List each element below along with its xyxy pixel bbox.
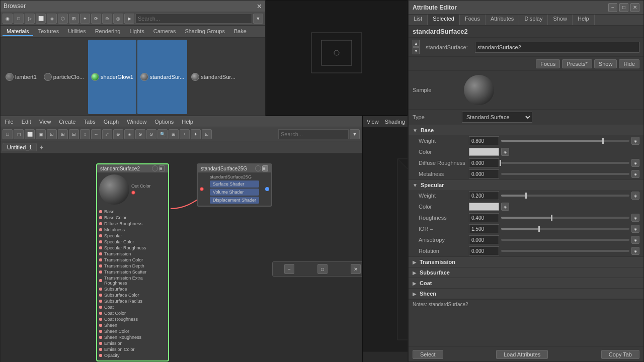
tb-icon-10[interactable]: ⊕ xyxy=(102,14,112,24)
section-base-header[interactable]: ▼ Base xyxy=(409,125,643,135)
menu-view[interactable]: View xyxy=(35,118,55,126)
tab-display[interactable]: Display xyxy=(519,15,548,25)
node-standardsurface25g[interactable]: standardSurface25G ≡ standardSurface25G … xyxy=(197,163,272,207)
weight-slider[interactable] xyxy=(501,140,629,142)
menu-graph[interactable]: Graph xyxy=(100,118,123,126)
float-close[interactable]: ✕ xyxy=(351,264,361,274)
displacement-shader-item[interactable]: Displacement Shader xyxy=(210,197,259,204)
g-search-dropdown[interactable]: ▼ xyxy=(350,129,360,139)
tab-utilities[interactable]: Utilities xyxy=(64,27,90,36)
graph-viewport[interactable]: standardSurface2 ≡ Out Color Base Base C… xyxy=(1,153,362,362)
tab-shading-groups[interactable]: Shading Groups xyxy=(181,27,229,36)
tb-icon-9[interactable]: ⟳ xyxy=(91,14,101,24)
tab-rendering[interactable]: Rendering xyxy=(91,27,125,36)
load-attributes-button[interactable]: Load Attributes xyxy=(496,350,548,359)
aniso-reset[interactable]: ◈ xyxy=(631,236,639,244)
g-icon-1[interactable]: □ xyxy=(3,129,13,139)
rotation-value[interactable] xyxy=(469,246,499,255)
tab-cameras[interactable]: Cameras xyxy=(149,27,180,36)
tb-icon-5[interactable]: ◈ xyxy=(47,14,57,24)
tb-icon-7[interactable]: ⊞ xyxy=(69,14,79,24)
node-menu-25g[interactable]: ≡ xyxy=(262,165,268,171)
menu-window[interactable]: Window xyxy=(123,118,150,126)
focus-button[interactable]: Focus xyxy=(536,59,560,68)
spec-rough-slider[interactable] xyxy=(501,217,629,219)
g-icon-8[interactable]: ↕ xyxy=(80,129,90,139)
metalness-slider[interactable] xyxy=(501,173,629,175)
graph-tab-untitled[interactable]: Untitled_1 xyxy=(3,143,37,151)
attr-nav-up[interactable]: ▲ xyxy=(413,40,420,47)
node-pin[interactable] xyxy=(152,165,158,171)
graph-tab-add[interactable]: + xyxy=(38,143,46,151)
g-icon-13[interactable]: ⊗ xyxy=(135,129,145,139)
g-icon-11[interactable]: ⊕ xyxy=(113,129,123,139)
ior-reset[interactable]: ◈ xyxy=(631,225,639,233)
surface-name-input[interactable] xyxy=(475,42,639,53)
section-sheen-header[interactable]: ▶ Sheen xyxy=(409,289,643,299)
tab-selected[interactable]: Selected xyxy=(428,15,460,25)
material-shaderglow1[interactable]: shaderGlow1 xyxy=(88,40,136,114)
tb-icon-12[interactable]: ▶ xyxy=(124,14,134,24)
select-button[interactable]: Select xyxy=(413,350,443,359)
tab-show[interactable]: Show xyxy=(548,15,573,25)
attr-nav-down[interactable]: ▼ xyxy=(413,47,420,54)
browser-close-button[interactable]: ✕ xyxy=(257,3,262,10)
material-standardsur1[interactable]: standardSur... xyxy=(137,40,188,114)
float-maximize[interactable]: □ xyxy=(317,264,328,274)
tb-icon-8[interactable]: ✦ xyxy=(80,14,90,24)
g-icon-15[interactable]: 🔍 xyxy=(157,129,168,139)
g-icon-2[interactable]: ◻ xyxy=(14,129,24,139)
g-icon-17[interactable]: + xyxy=(180,129,190,139)
tb-icon-4[interactable]: ⬜ xyxy=(36,14,46,24)
aniso-value[interactable] xyxy=(469,235,499,244)
weight-reset-btn[interactable]: ◈ xyxy=(631,137,639,145)
tab-focus[interactable]: Focus xyxy=(460,15,486,25)
tb-dropdown[interactable]: ▼ xyxy=(253,14,263,24)
float-minimize[interactable]: − xyxy=(284,264,294,274)
tab-lights[interactable]: Lights xyxy=(125,27,148,36)
tb-icon-6[interactable]: ⬡ xyxy=(58,14,68,24)
menu-create[interactable]: Create xyxy=(55,118,79,126)
menu-options[interactable]: Options xyxy=(150,118,178,126)
material-standardsur2[interactable]: standardSur... xyxy=(188,40,238,114)
show-button[interactable]: Show xyxy=(594,59,617,68)
spec-rough-reset[interactable]: ◈ xyxy=(631,214,639,222)
metalness-value[interactable] xyxy=(469,169,499,178)
copy-tab-button[interactable]: Copy Tab xyxy=(601,350,639,359)
presets-button[interactable]: Presets* xyxy=(562,59,592,68)
g-icon-6[interactable]: ⊞ xyxy=(58,129,68,139)
diffrough-slider[interactable] xyxy=(501,162,629,164)
g-icon-7[interactable]: ⊟ xyxy=(69,129,79,139)
tab-bake[interactable]: Bake xyxy=(230,27,251,36)
weight-value[interactable] xyxy=(469,136,499,145)
attr-maximize-button[interactable]: □ xyxy=(619,3,628,12)
viewport-menu-shading[interactable]: Shading xyxy=(385,119,405,125)
color-reset-btn[interactable]: ◈ xyxy=(501,148,509,156)
spec-weight-value[interactable] xyxy=(469,191,499,200)
metalness-reset[interactable]: ◈ xyxy=(631,170,639,178)
spec-color-swatch[interactable] xyxy=(469,203,499,211)
tab-materials[interactable]: Materials xyxy=(3,27,33,36)
tb-icon-3[interactable]: ▷ xyxy=(25,14,35,24)
node-out-port[interactable] xyxy=(131,191,135,195)
g-icon-10[interactable]: ⤢ xyxy=(102,129,112,139)
section-transmission-header[interactable]: ▶ Transmission xyxy=(409,257,643,267)
section-subsurface-header[interactable]: ▶ Subsurface xyxy=(409,267,643,278)
viewport-menu-view[interactable]: View xyxy=(367,119,379,125)
menu-tabs[interactable]: Tabs xyxy=(79,118,99,126)
tab-help[interactable]: Help xyxy=(573,15,595,25)
g-icon-4[interactable]: ▣ xyxy=(36,129,46,139)
g-icon-12[interactable]: ◈ xyxy=(124,129,134,139)
type-dropdown[interactable]: Standard Surface xyxy=(462,112,532,123)
menu-edit[interactable]: Edit xyxy=(18,118,35,126)
tb-icon-2[interactable]: □ xyxy=(14,14,24,24)
tb-icon-1[interactable]: ◉ xyxy=(3,14,13,24)
material-particlecloud[interactable]: particleClo... xyxy=(41,40,87,114)
aniso-slider[interactable] xyxy=(501,239,629,241)
menu-help[interactable]: Help xyxy=(178,118,197,126)
rotation-slider[interactable] xyxy=(501,250,629,252)
node-menu[interactable]: ≡ xyxy=(159,165,165,171)
g-icon-18[interactable]: ✦ xyxy=(191,129,201,139)
diffrough-reset[interactable]: ◈ xyxy=(631,159,639,167)
attr-minimize-button[interactable]: − xyxy=(608,3,617,12)
